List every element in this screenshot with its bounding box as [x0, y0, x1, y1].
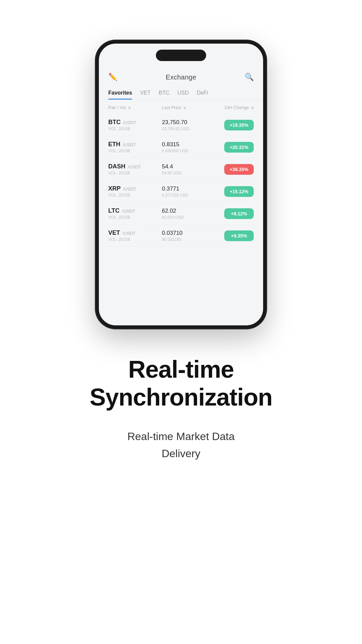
tab-bar: Favorites VET BTC USD DeFi [99, 90, 263, 100]
col-price-header[interactable]: Last Price ⇅ [162, 105, 220, 110]
pair-vol-1: VOL: 2015B [108, 149, 162, 153]
price-col-2: 54.4 54.90 USD [162, 163, 220, 175]
table-row[interactable]: BTC /USDT VOL: 2015B 23,750.70 23,780,62… [105, 114, 257, 136]
table-row[interactable]: VET /USDT VOL: 2015B 0.03710 $0.032190 +… [105, 225, 257, 247]
pair-base-3: XRP [108, 185, 121, 192]
change-badge-0: +19.35% [224, 120, 254, 130]
change-badge-4: +8.12% [224, 208, 254, 219]
table-row[interactable]: DASH /USDT VOL: 2015B 54.4 54.90 USD +39… [105, 158, 257, 180]
price-col-0: 23,750.70 23,780,62 USD [162, 119, 220, 131]
edit-icon[interactable]: ✏️ [108, 73, 117, 82]
pair-quote-1: /USDT [123, 142, 136, 147]
price-sub-1: 0.830300 USD [162, 149, 220, 153]
price-sub-0: 23,780,62 USD [162, 126, 220, 131]
col-pair-header[interactable]: Pair / Vol ⇅ [108, 105, 162, 110]
price-main-4: 62.02 [162, 208, 220, 214]
tab-btc[interactable]: BTC [159, 90, 169, 99]
bottom-fade [99, 285, 263, 325]
pair-quote-5: /USDT [122, 231, 135, 236]
pair-quote-4: /USDT [122, 209, 135, 214]
pair-vol-3: VOL: 2015B [108, 193, 162, 198]
pair-quote-2: /USDT [128, 164, 141, 169]
dynamic-island [156, 50, 206, 61]
price-sort-icon: ⇅ [183, 106, 186, 110]
market-list: BTC /USDT VOL: 2015B 23,750.70 23,780,62… [99, 114, 263, 247]
price-sub-3: 0.377232 USD [162, 193, 220, 198]
price-sub-2: 54.90 USD [162, 171, 220, 175]
price-col-3: 0.3771 0.377232 USD [162, 185, 220, 198]
table-header: Pair / Vol ⇅ Last Price ⇅ 24H Change ⇅ [99, 101, 263, 114]
pair-base-1: ETH [108, 141, 120, 148]
pair-col-2: DASH /USDT VOL: 2015B [108, 163, 162, 175]
main-title: Real-time Synchronization [89, 356, 272, 411]
change-sort-icon: ⇅ [251, 106, 254, 110]
pair-quote-3: /USDT [123, 186, 136, 192]
pair-col-0: BTC /USDT VOL: 2015B [108, 119, 162, 131]
pair-base-2: DASH [108, 163, 125, 170]
change-col-0: +19.35% [220, 120, 254, 130]
phone-frame: ✏️ Exchange 🔍 Favorites VET BTC USD DeFi… [96, 40, 266, 329]
price-sub-5: $0.032190 [162, 237, 220, 242]
pair-col-1: ETH /USDT VOL: 2015B [108, 141, 162, 153]
change-badge-5: +9.35% [224, 230, 254, 241]
price-main-3: 0.3771 [162, 185, 220, 192]
screen-content: ✏️ Exchange 🔍 Favorites VET BTC USD DeFi… [99, 44, 263, 325]
pair-vol-5: VOL: 2015B [108, 237, 162, 242]
pair-col-5: VET /USDT VOL: 2015B [108, 229, 162, 242]
change-col-2: +39.35% [220, 164, 254, 175]
tab-favorites[interactable]: Favorites [108, 90, 132, 99]
pair-base-0: BTC [108, 119, 121, 125]
app-header: ✏️ Exchange 🔍 [99, 67, 263, 87]
header-title: Exchange [166, 73, 196, 81]
price-col-4: 62.02 62.014 USD [162, 208, 220, 220]
price-main-1: 0.8315 [162, 141, 220, 148]
change-badge-3: +15.12% [224, 186, 254, 197]
pair-vol-4: VOL: 2015B [108, 215, 162, 220]
pair-base-4: LTC [108, 207, 120, 214]
table-row[interactable]: LTC /USDT VOL: 2015B 62.02 62.014 USD +8… [105, 203, 257, 225]
phone-mockup: ✏️ Exchange 🔍 Favorites VET BTC USD DeFi… [96, 40, 266, 329]
price-sub-4: 62.014 USD [162, 215, 220, 220]
change-badge-2: +39.35% [224, 164, 254, 175]
sub-title: Real-time Market Data Delivery [127, 428, 235, 462]
price-col-5: 0.03710 $0.032190 [162, 230, 220, 242]
change-badge-1: +20.31% [224, 142, 254, 153]
bottom-section: Real-time Synchronization Real-time Mark… [63, 356, 299, 462]
tab-defi[interactable]: DeFi [197, 90, 208, 99]
price-main-5: 0.03710 [162, 230, 220, 236]
change-col-4: +8.12% [220, 208, 254, 219]
search-icon[interactable]: 🔍 [245, 73, 254, 82]
table-row[interactable]: ETH /USDT VOL: 2015B 0.8315 0.830300 USD… [105, 136, 257, 158]
pair-sort-icon: ⇅ [128, 106, 131, 110]
pair-vol-0: VOL: 2015B [108, 126, 162, 131]
table-row[interactable]: XRP /USDT VOL: 2015B 0.3771 0.377232 USD… [105, 180, 257, 203]
change-col-3: +15.12% [220, 186, 254, 197]
pair-col-3: XRP /USDT VOL: 2015B [108, 185, 162, 198]
change-col-5: +9.35% [220, 230, 254, 241]
pair-vol-2: VOL: 2015B [108, 171, 162, 175]
change-col-1: +20.31% [220, 142, 254, 153]
pair-quote-0: /USDT [123, 120, 136, 125]
tab-vet[interactable]: VET [140, 90, 150, 99]
col-change-header[interactable]: 24H Change ⇅ [220, 105, 254, 110]
tab-usd[interactable]: USD [177, 90, 189, 99]
pair-base-5: VET [108, 229, 120, 236]
price-main-0: 23,750.70 [162, 119, 220, 126]
pair-col-4: LTC /USDT VOL: 2015B [108, 207, 162, 220]
price-col-1: 0.8315 0.830300 USD [162, 141, 220, 153]
price-main-2: 54.4 [162, 163, 220, 170]
